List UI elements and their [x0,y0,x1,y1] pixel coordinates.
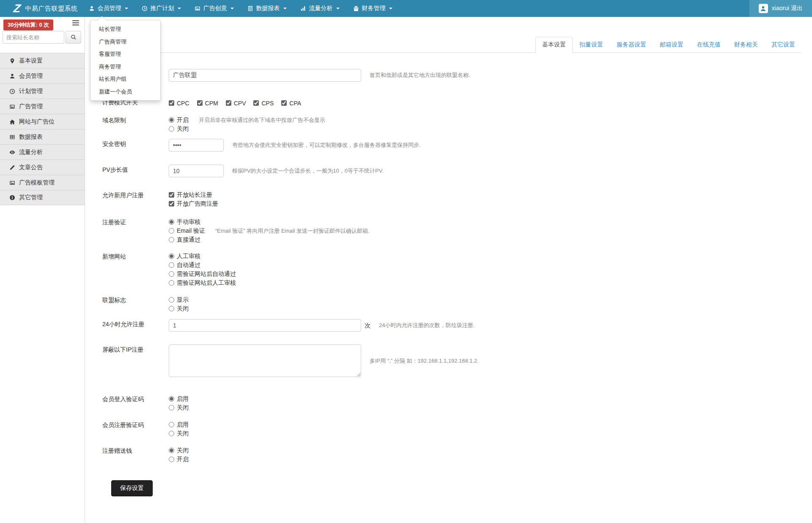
sidebar-item[interactable]: 会员管理 [0,68,85,83]
settings-tabs: 基本设置 扣量设置 服务器设置 邮箱设置 在线充值 财务相关 其它设置 [535,37,802,53]
domain-limit-radio[interactable] [169,117,174,123]
dropdown-menu-item[interactable]: 商务管理 [91,61,160,73]
navbar-menu-item[interactable]: 数据报表 [241,0,294,17]
search-input[interactable] [3,31,64,44]
sidebar-item[interactable]: 网站与广告位 [0,114,85,129]
security-key-input[interactable] [169,139,224,151]
sidebar-item[interactable]: 其它管理 [0,190,85,205]
union-logo-option[interactable]: 显示 [169,295,189,304]
register-captcha-option[interactable]: 关闭 [169,429,189,438]
sidebar-item[interactable]: 基本设置 [0,53,85,68]
dropdown-menu-item[interactable]: 站长管理 [91,23,160,36]
login-captcha-option[interactable]: 关闭 [169,403,189,412]
billing-mode-option[interactable]: CPC [169,99,189,107]
sidebar-item[interactable]: 广告管理 [0,99,85,114]
register-verify-radio[interactable] [169,219,174,225]
new-site-radio[interactable] [169,262,174,268]
tab-item[interactable]: 财务相关 [727,37,765,53]
register-verify-option[interactable]: 手动审核 [169,217,200,226]
domain-limit-option[interactable]: 开启 开启后非在审核通过的名下域名中投放广告不会显示 [169,116,325,124]
block-ip-textarea[interactable] [169,344,361,377]
register-verify-radio[interactable] [169,237,174,242]
option-label: 关闭 [177,447,189,454]
tab-item[interactable]: 其它设置 [765,37,802,53]
register-gift-radio[interactable] [169,448,174,453]
menu-toggle-icon[interactable] [72,19,79,28]
sidebar-item-label: 计划管理 [19,88,43,95]
navbar-menu-item[interactable]: 流量分析 [294,0,346,17]
tab-basic-settings[interactable]: 基本设置 [535,37,573,53]
new-site-radio[interactable] [169,271,174,277]
save-settings-button[interactable]: 保存设置 [111,480,153,496]
dropdown-list-item: 新建一个会员 [91,85,160,98]
register-verify-option[interactable]: Email 验证 “Email 验证” 将向用户注册 Email 发送一封验证邮… [169,226,370,235]
sidebar-item[interactable]: 文章公告 [0,160,85,175]
register-captcha-radio[interactable] [169,422,174,427]
new-site-option[interactable]: 需验证网站后人工审核 [169,278,236,287]
tab-item[interactable]: 在线充值 [690,37,727,53]
pv-step-input[interactable] [169,165,224,177]
tab-item[interactable]: 邮箱设置 [653,37,690,53]
new-site-radio[interactable] [169,253,174,259]
billing-mode-option[interactable]: CPV [226,99,246,107]
clock-icon [9,88,15,94]
search-button[interactable] [66,31,81,44]
billing-mode-checkbox[interactable] [253,100,259,106]
register-gift-option[interactable]: 开启 [169,455,189,464]
allow-register-option[interactable]: 开放站长注册 [169,190,212,199]
option-label: 关闭 [177,305,189,313]
register-verify-radio[interactable] [169,228,174,234]
new-site-option[interactable]: 自动通过 [169,261,200,270]
register-gift-option[interactable]: 关闭 [169,446,189,455]
image-icon [9,104,15,110]
register-verify-option[interactable]: 直接通过 [169,235,200,244]
billing-mode-option[interactable]: CPS [253,99,274,107]
allow-register-checkbox[interactable] [169,192,174,198]
register-captcha-option[interactable]: 启用 [169,420,189,429]
user-avatar [759,4,768,13]
sidebar-item[interactable]: 流量分析 [0,144,85,160]
allow-register-option[interactable]: 开放广告商注册 [169,199,218,208]
billing-mode-option[interactable]: CPA [281,99,301,107]
register-24h-input[interactable] [169,319,361,332]
navbar-menu-item[interactable]: 财务管理 [346,0,399,17]
domain-limit-radio[interactable] [169,126,174,132]
domain-limit-option[interactable]: 关闭 [169,124,189,133]
billing-mode-checkbox[interactable] [226,100,231,106]
member-management-dropdown: 站长管理 广告商管理 客服管理 商务管理 站长用户组 新建一个会员 [90,20,161,101]
navbar-menu-label: 财务管理 [362,5,386,12]
register-captcha-radio[interactable] [169,431,174,436]
dropdown-menu-item[interactable]: 站长用户组 [91,73,160,85]
navbar-menu-item[interactable]: 推广计划 [135,0,188,17]
dropdown-menu-item[interactable]: 新建一个会员 [91,85,160,98]
union-logo-radio[interactable] [169,297,174,303]
billing-mode-checkbox[interactable] [197,100,203,106]
billing-mode-option[interactable]: CPM [197,99,218,107]
option-label: 人工审核 [177,253,200,260]
brand[interactable]: Z 中易广告联盟系统 [14,3,78,14]
navbar-menu-item[interactable]: 会员管理 [82,0,135,17]
tab-item[interactable]: 扣量设置 [573,37,610,53]
tab-item[interactable]: 服务器设置 [610,37,653,53]
sidebar-item[interactable]: 数据报表 [0,129,85,144]
billing-mode-checkbox[interactable] [281,100,287,106]
sidebar-item[interactable]: 广告模板管理 [0,175,85,190]
navbar-menu-item[interactable]: 广告创意 [188,0,241,17]
union-name-input[interactable] [169,69,361,82]
new-site-radio[interactable] [169,280,174,286]
user-menu[interactable]: xiaorui 退出 [749,0,812,17]
union-logo-option[interactable]: 关闭 [169,304,189,313]
login-captcha-radio[interactable] [169,405,174,410]
register-gift-radio[interactable] [169,457,174,462]
new-site-option[interactable]: 需验证网站后自动通过 [169,270,236,278]
field-label-pv-step: PV步长值 [102,165,169,174]
billing-mode-checkbox[interactable] [169,100,174,106]
allow-register-checkbox[interactable] [169,201,174,206]
dropdown-menu-item[interactable]: 广告商管理 [91,36,160,48]
union-logo-radio[interactable] [169,306,174,311]
new-site-option[interactable]: 人工审核 [169,252,200,261]
login-captcha-option[interactable]: 启用 [169,394,189,403]
login-captcha-radio[interactable] [169,396,174,402]
sidebar-item[interactable]: 计划管理 [0,83,85,99]
dropdown-menu-item[interactable]: 客服管理 [91,48,160,61]
